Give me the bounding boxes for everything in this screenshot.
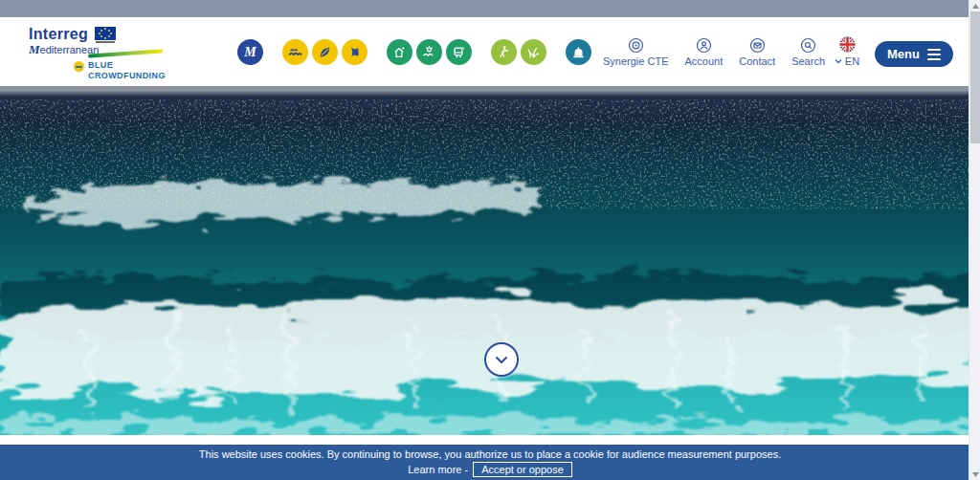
scrollbar-up-arrow[interactable] — [969, 0, 980, 11]
hamburger-icon — [927, 49, 941, 60]
scrollbar-thumb[interactable] — [970, 11, 980, 143]
menu-button[interactable]: Menu — [875, 41, 953, 67]
program-icon-renewable-energy[interactable] — [416, 39, 442, 65]
hiking-icon — [496, 44, 512, 60]
program-icon-urban-heritage[interactable] — [566, 39, 591, 65]
scrollbar-down-arrow[interactable] — [969, 469, 980, 480]
target-icon — [628, 37, 644, 54]
program-icon-efficient-buildings[interactable] — [387, 39, 412, 65]
magnifier-icon — [800, 37, 816, 54]
program-icon-biodiversity[interactable] — [521, 39, 546, 65]
chevron-down-icon — [835, 58, 842, 64]
cookie-message: This website uses cookies. By continuing… — [199, 448, 781, 460]
scroll-down-button[interactable] — [484, 342, 519, 377]
ocean-wave-illustration — [0, 86, 980, 435]
program-name: Mediterranean — [29, 42, 201, 57]
nav-item-account[interactable]: Account — [684, 37, 723, 67]
accept-or-oppose-button[interactable]: Accept or oppose — [473, 462, 572, 477]
leaf-icon — [317, 44, 333, 60]
cookie-banner: This website uses cookies. By continuing… — [0, 445, 980, 480]
chevron-down-icon — [495, 356, 508, 364]
thematic-icon-row: M — [237, 39, 591, 65]
program-icon-transport[interactable] — [446, 39, 472, 65]
ribbon-icon — [346, 44, 363, 60]
language-code: EN — [845, 55, 859, 67]
hero-image — [0, 86, 980, 435]
program-icon-mediterranean[interactable]: M — [237, 39, 263, 65]
waves-icon — [287, 44, 303, 60]
language-selector[interactable]: EN — [827, 36, 867, 67]
eu-flag-icon — [95, 27, 116, 43]
eco-house-icon — [391, 44, 408, 60]
nav-item-synergie-cte[interactable]: Synergie CTE — [603, 37, 668, 67]
utility-nav: Synergie CTE Account Contact Search — [603, 37, 825, 67]
content-gap — [0, 435, 980, 445]
heritage-icon — [570, 44, 587, 60]
nav-item-search[interactable]: Search — [791, 37, 825, 67]
envelope-icon — [749, 37, 766, 54]
nav-item-contact[interactable]: Contact — [739, 37, 775, 67]
program-icon-ribbon[interactable] — [342, 39, 368, 65]
blue-crowdfunding-dot-icon — [74, 61, 84, 72]
green-swoosh — [88, 49, 163, 57]
site-header: Interreg Mediterranean BLUE — [0, 17, 980, 86]
biodiversity-icon — [525, 44, 542, 60]
program-icon-leaf[interactable] — [312, 39, 338, 65]
learn-more-link[interactable]: Learn more - — [408, 464, 468, 475]
menu-label: Menu — [887, 47, 920, 61]
brand-text: Interreg — [29, 26, 88, 43]
page: Interreg Mediterranean BLUE — [0, 0, 980, 480]
program-icon-waves[interactable] — [282, 39, 308, 65]
project-name: BLUE CROWDFUNDING — [88, 60, 166, 82]
user-icon — [696, 37, 712, 54]
green-transport-icon — [451, 44, 467, 60]
interreg-med-logo[interactable]: Interreg Mediterranean BLUE — [29, 26, 201, 81]
hero-sky-sliver — [0, 0, 980, 17]
mediterranean-m-icon: M — [244, 46, 256, 59]
uk-flag-icon — [839, 36, 856, 53]
sun-waves-icon — [421, 44, 437, 60]
program-icon-sustainable-tourism[interactable] — [491, 39, 517, 65]
vertical-scrollbar[interactable] — [969, 0, 980, 480]
